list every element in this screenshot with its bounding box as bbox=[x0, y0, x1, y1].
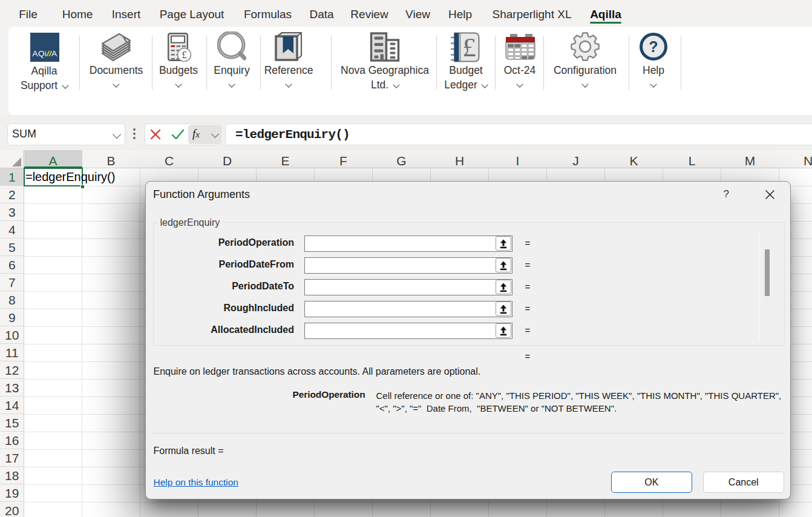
svg-text:£: £ bbox=[462, 32, 476, 62]
svg-text:£: £ bbox=[182, 50, 187, 60]
svg-text:?: ? bbox=[649, 38, 658, 55]
